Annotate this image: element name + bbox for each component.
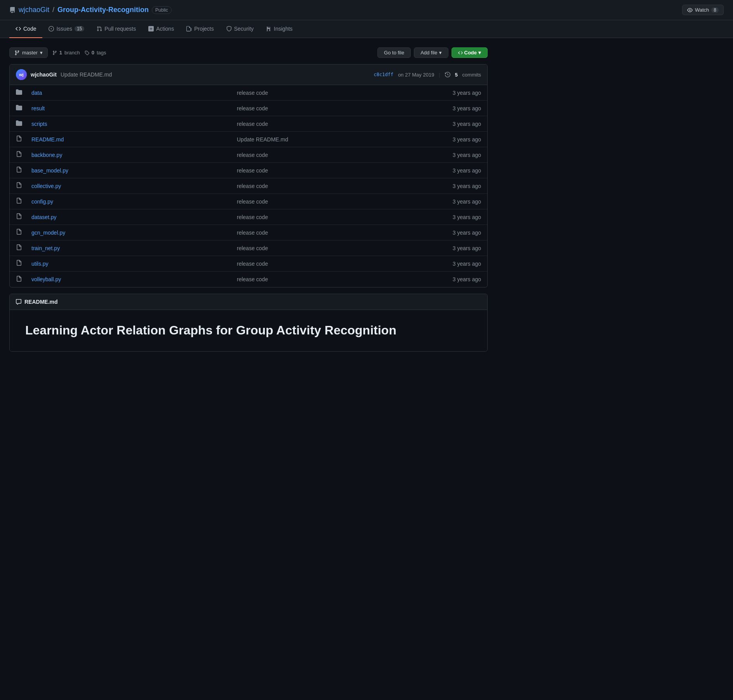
table-row: volleyball.pyrelease code3 years ago — [10, 272, 487, 287]
toolbar-right: Go to file Add file ▾ Code ▾ — [377, 47, 488, 58]
file-time: 3 years ago — [442, 230, 481, 236]
readme-header: README.md — [10, 294, 487, 310]
visibility-badge: Public — [152, 6, 172, 14]
file-commit-msg: release code — [237, 261, 442, 267]
add-file-chevron: ▾ — [439, 50, 442, 56]
tab-pull-requests[interactable]: Pull requests — [90, 20, 142, 38]
file-name[interactable]: volleyball.py — [31, 276, 237, 282]
file-name[interactable]: dataset.py — [31, 214, 237, 220]
branch-selector[interactable]: master ▾ — [9, 47, 48, 58]
tag-icon — [85, 50, 89, 55]
file-time: 3 years ago — [442, 90, 481, 96]
tab-security[interactable]: Security — [220, 20, 260, 38]
folder-icon — [16, 120, 31, 127]
watch-count: 8 — [711, 7, 719, 13]
eye-icon — [687, 7, 693, 13]
readme-section: README.md Learning Actor Relation Graphs… — [9, 294, 488, 352]
insights-icon — [266, 26, 271, 31]
issues-badge: 15 — [75, 26, 84, 31]
file-rows-container: datarelease code3 years ago resultreleas… — [10, 85, 487, 287]
projects-icon — [186, 26, 192, 31]
commit-date: on 27 May 2019 — [398, 72, 434, 78]
file-time: 3 years ago — [442, 136, 481, 143]
tag-count-link[interactable]: 0 tags — [85, 50, 106, 56]
commit-info-right: c8c1dff on 27 May 2019 | 5 commits — [374, 72, 481, 78]
code-dropdown-icon — [458, 50, 463, 55]
file-icon — [16, 136, 31, 143]
file-name[interactable]: utils.py — [31, 261, 237, 267]
table-row: utils.pyrelease code3 years ago — [10, 256, 487, 272]
tab-insights-label: Insights — [274, 26, 292, 32]
file-name[interactable]: gcn_model.py — [31, 230, 237, 236]
branch-chevron: ▾ — [40, 50, 43, 56]
avatar: wj — [16, 69, 27, 80]
code-icon — [16, 26, 21, 31]
file-name[interactable]: backbone.py — [31, 152, 237, 158]
actions-icon — [148, 26, 154, 31]
tab-actions-label: Actions — [156, 26, 174, 32]
repo-name-link[interactable]: Group-Activity-Recognition — [57, 6, 149, 14]
readme-header-label: README.md — [24, 299, 58, 305]
repo-separator: / — [52, 6, 54, 14]
avatar-image: wj — [16, 69, 27, 80]
tab-code-label: Code — [23, 26, 36, 32]
file-name[interactable]: base_model.py — [31, 167, 237, 174]
code-btn-label: Code — [464, 50, 477, 56]
file-name[interactable]: config.py — [31, 199, 237, 205]
file-time: 3 years ago — [442, 276, 481, 282]
file-name[interactable]: README.md — [31, 136, 237, 143]
file-name[interactable]: result — [31, 105, 237, 111]
commit-message: Update README.md — [61, 71, 112, 78]
issues-icon — [49, 26, 54, 31]
commit-hash-link[interactable]: c8c1dff — [374, 72, 394, 77]
commit-header: wj wjchaoGit Update README.md c8c1dff on… — [10, 64, 487, 85]
file-icon — [16, 182, 31, 190]
commits-label: commits — [462, 72, 481, 78]
add-file-button[interactable]: Add file ▾ — [414, 47, 448, 58]
file-commit-msg: release code — [237, 276, 442, 282]
code-button[interactable]: Code ▾ — [452, 47, 488, 58]
file-commit-msg: release code — [237, 214, 442, 220]
tab-issues[interactable]: Issues 15 — [42, 20, 90, 38]
file-time: 3 years ago — [442, 183, 481, 189]
table-row: train_net.pyrelease code3 years ago — [10, 240, 487, 256]
tab-insights[interactable]: Insights — [260, 20, 299, 38]
security-icon — [226, 26, 232, 31]
branch-count-link[interactable]: 1 branch — [52, 50, 80, 56]
file-toolbar: master ▾ 1 branch 0 tags Go to file — [9, 47, 488, 58]
watch-label: Watch — [695, 7, 709, 13]
tab-actions[interactable]: Actions — [142, 20, 180, 38]
file-commit-msg: release code — [237, 167, 442, 174]
file-time: 3 years ago — [442, 121, 481, 127]
nav-tabs: Code Issues 15 Pull requests Actions Pro… — [0, 20, 733, 38]
table-row: resultrelease code3 years ago — [10, 101, 487, 116]
branch-count-label: branch — [64, 50, 80, 56]
main-content: master ▾ 1 branch 0 tags Go to file — [0, 38, 497, 361]
code-btn-chevron: ▾ — [478, 50, 481, 56]
go-to-file-button[interactable]: Go to file — [377, 47, 411, 58]
branch-icon — [14, 50, 20, 56]
file-time: 3 years ago — [442, 167, 481, 174]
tab-projects[interactable]: Projects — [180, 20, 220, 38]
file-commit-msg: release code — [237, 245, 442, 251]
commits-count-link[interactable]: 5 commits — [455, 72, 481, 78]
table-row: config.pyrelease code3 years ago — [10, 194, 487, 209]
commit-author-link[interactable]: wjchaoGit — [31, 71, 57, 78]
repo-owner-link[interactable]: wjchaoGit — [19, 6, 49, 14]
file-icon — [16, 260, 31, 267]
branch-name: master — [22, 50, 38, 56]
tag-count-label: tags — [97, 50, 106, 56]
file-name[interactable]: collective.py — [31, 183, 237, 189]
file-time: 3 years ago — [442, 199, 481, 205]
file-name[interactable]: scripts — [31, 121, 237, 127]
history-icon — [445, 72, 450, 77]
top-bar: wjchaoGit / Group-Activity-Recognition P… — [0, 0, 733, 20]
readme-title: Learning Actor Relation Graphs for Group… — [25, 322, 472, 339]
file-name[interactable]: data — [31, 90, 237, 96]
readme-icon — [16, 299, 21, 305]
tab-code[interactable]: Code — [9, 20, 42, 38]
watch-button[interactable]: Watch 8 — [682, 5, 724, 15]
readme-content: Learning Actor Relation Graphs for Group… — [10, 310, 487, 351]
file-name[interactable]: train_net.py — [31, 245, 237, 251]
file-commit-msg: release code — [237, 230, 442, 236]
